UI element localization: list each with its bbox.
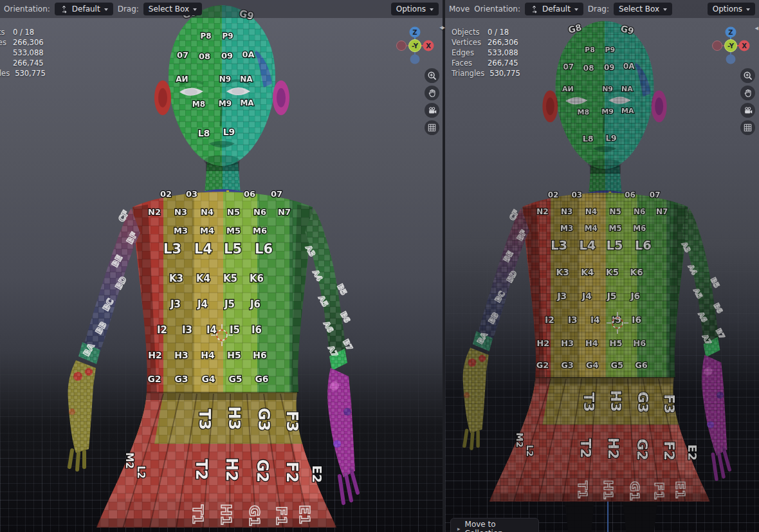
- orientation-label: Orientation:: [4, 5, 50, 14]
- drag-value: Select Box: [619, 5, 659, 14]
- orientation-dropdown[interactable]: Default: [55, 3, 113, 15]
- stat-row: Objects0 / 18: [452, 27, 520, 37]
- svg-text:J5: J5: [224, 298, 235, 310]
- axis-y-handle[interactable]: -Y: [725, 40, 737, 52]
- svg-text:J4: J4: [197, 298, 208, 310]
- svg-text:N5: N5: [227, 207, 240, 217]
- svg-text:I3: I3: [182, 324, 192, 336]
- svg-text:L4: L4: [194, 241, 212, 257]
- axis-neg-z-handle[interactable]: [726, 55, 736, 64]
- svg-text:F1: F1: [273, 506, 289, 526]
- nav-icons-left: [425, 68, 439, 135]
- svg-text:H4: H4: [201, 350, 215, 360]
- viewport-right[interactable]: G8G9P8P90708090AAИN9NAM8M9MAL8L9 0203060…: [445, 0, 759, 532]
- axis-neg-z-handle[interactable]: [410, 55, 420, 64]
- options-dropdown[interactable]: Options: [708, 3, 755, 15]
- svg-text:K4: K4: [196, 273, 210, 284]
- viewport-header-right: Move Orientation: Default Drag: Select B…: [445, 0, 759, 18]
- svg-text:E1: E1: [297, 505, 313, 524]
- chevron-down-icon: [574, 8, 578, 11]
- axis-z-handle[interactable]: Z: [410, 27, 421, 38]
- viewport-canvas-right[interactable]: G8G9P8P90708090AAИN9NAM8M9MAL8L9 0203060…: [445, 0, 759, 532]
- viewport-header-left: Orientation: Default Drag: Select Box Op…: [0, 0, 443, 18]
- svg-text:L9: L9: [223, 127, 235, 137]
- axis-neg-x-handle[interactable]: [397, 41, 407, 51]
- character-model-right[interactable]: G8G9P8P90708090AAИN9NAM8M9MAL8L9 0203060…: [445, 0, 759, 532]
- pan-hand-icon[interactable]: [425, 86, 439, 100]
- svg-text:K5: K5: [223, 273, 237, 284]
- viewport-canvas-left[interactable]: G8G9P8P90708090AAИN9NAM8M9MAL8L9 0203060…: [0, 0, 443, 532]
- orientation-value: Default: [72, 5, 100, 14]
- svg-text:X: X: [742, 42, 747, 50]
- svg-text:Z: Z: [412, 29, 417, 36]
- svg-text:F3: F3: [283, 410, 301, 432]
- orientation-value: Default: [542, 5, 571, 14]
- zoom-icon[interactable]: [740, 68, 755, 83]
- operator-panel-label: Move to Collection: [465, 520, 532, 532]
- svg-text:G3: G3: [255, 408, 273, 431]
- grid-toggle-icon[interactable]: [740, 120, 755, 135]
- drag-label: Drag:: [118, 5, 139, 14]
- sidebar-collapse-icon[interactable]: ◂: [754, 24, 758, 32]
- chevron-down-icon: [430, 8, 434, 11]
- svg-text:-Y: -Y: [412, 42, 419, 50]
- svg-text:09: 09: [221, 51, 233, 60]
- view-gizmo-right[interactable]: Z X -Y: [710, 25, 751, 66]
- stat-row: Vertices266,306: [452, 37, 520, 48]
- svg-text:G4: G4: [201, 374, 215, 384]
- camera-view-icon[interactable]: [425, 103, 439, 118]
- pan-hand-icon[interactable]: [740, 86, 755, 100]
- svg-text:-Y: -Y: [727, 42, 735, 50]
- options-dropdown[interactable]: Options: [391, 3, 439, 15]
- camera-view-icon[interactable]: [740, 103, 755, 118]
- svg-text:G5: G5: [228, 374, 242, 384]
- svg-text:T2: T2: [192, 459, 210, 480]
- svg-text:L8: L8: [198, 128, 210, 138]
- zoom-icon[interactable]: [425, 68, 439, 83]
- orientation-dropdown[interactable]: Default: [525, 3, 583, 15]
- axis-x-handle[interactable]: X: [423, 41, 434, 51]
- character-model-left[interactable]: G8G9P8P90708090AAИN9NAM8M9MAL8L9 0203060…: [0, 0, 443, 532]
- svg-text:G6: G6: [255, 374, 268, 384]
- operator-panel[interactable]: ▸ Move to Collection: [450, 518, 539, 532]
- svg-text:F2: F2: [283, 461, 301, 482]
- left-hand: [68, 360, 96, 470]
- svg-text:T1: T1: [190, 505, 206, 524]
- stat-row: Faces266,745: [0, 58, 46, 68]
- viewport-left[interactable]: G8G9P8P90708090AAИN9NAM8M9MAL8L9 0203060…: [0, 0, 443, 532]
- options-label: Options: [713, 5, 742, 14]
- axis-neg-x-handle[interactable]: [713, 41, 722, 51]
- svg-text:MA: MA: [240, 98, 254, 107]
- stat-row: Faces266,745: [452, 58, 520, 68]
- svg-text:G1: G1: [246, 505, 262, 526]
- stat-row: Triangles530,775: [0, 68, 46, 78]
- divider-handle[interactable]: ◂▸: [439, 23, 444, 32]
- axis-z-handle[interactable]: Z: [726, 27, 736, 38]
- svg-text:AИ: AИ: [176, 75, 188, 84]
- svg-text:N9: N9: [219, 75, 231, 84]
- svg-text:I6: I6: [251, 324, 262, 336]
- svg-text:M8: M8: [192, 100, 205, 109]
- svg-text:T3: T3: [196, 408, 214, 430]
- svg-text:07: 07: [177, 50, 188, 60]
- svg-text:N3: N3: [174, 207, 187, 217]
- svg-text:J6: J6: [250, 298, 261, 310]
- head: [154, 5, 289, 167]
- svg-text:K6: K6: [250, 273, 264, 284]
- bodice: [133, 190, 313, 394]
- drag-dropdown[interactable]: Select Box: [614, 3, 672, 15]
- svg-text:M4: M4: [200, 226, 214, 235]
- svg-text:I4: I4: [206, 324, 217, 336]
- blender-window: G8G9P8P90708090AAИN9NAM8M9MAL8L9 0203060…: [0, 0, 759, 532]
- view-gizmo-left[interactable]: Z X -Y: [394, 25, 435, 66]
- svg-text:M9: M9: [219, 99, 232, 108]
- axis-y-handle[interactable]: -Y: [409, 40, 421, 52]
- svg-text:08: 08: [199, 51, 210, 61]
- scene-stats-right: Objects0 / 18 Vertices266,306 Edges533,0…: [452, 27, 520, 78]
- svg-text:07: 07: [271, 189, 282, 199]
- drag-dropdown[interactable]: Select Box: [143, 3, 202, 15]
- svg-text:0A: 0A: [242, 50, 254, 59]
- grid-toggle-icon[interactable]: [425, 120, 439, 135]
- axis-x-handle[interactable]: X: [739, 41, 750, 51]
- active-tool-label: Move: [449, 5, 470, 14]
